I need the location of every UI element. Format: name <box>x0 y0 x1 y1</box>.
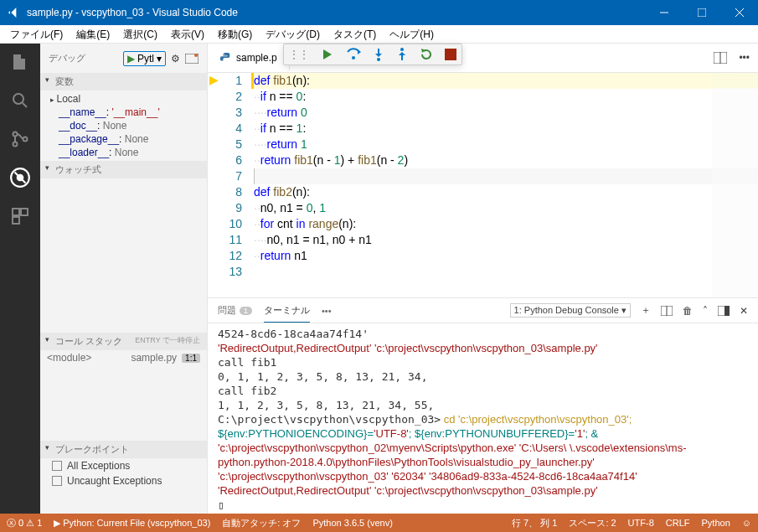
svg-rect-7 <box>13 209 19 215</box>
terminal-selector[interactable]: 1: Python Debug Console ▾ <box>510 303 631 318</box>
status-encoding[interactable]: UTF-8 <box>628 517 654 529</box>
search-icon[interactable] <box>8 89 32 112</box>
debug-console-icon[interactable] <box>185 54 199 64</box>
maximize-panel-icon[interactable]: ˄ <box>703 305 708 317</box>
svg-point-4 <box>23 137 28 142</box>
svg-point-14 <box>377 58 380 61</box>
line-gutter: 12345678910111213 <box>208 73 254 297</box>
svg-point-15 <box>400 48 404 51</box>
vscode-logo-icon <box>7 6 20 19</box>
python-file-icon <box>219 52 231 64</box>
var-row: __package__: None <box>40 132 207 146</box>
scope-local[interactable]: Local <box>40 92 207 106</box>
kill-terminal-icon[interactable]: 🗑 <box>683 305 693 317</box>
close-button[interactable] <box>720 0 758 25</box>
status-launch-config[interactable]: ▶ Python: Current File (vscpython_03) <box>54 518 210 529</box>
start-debug-button[interactable]: ▶Pytl▾ <box>123 51 166 66</box>
maximize-button[interactable] <box>683 0 720 25</box>
close-panel-icon[interactable]: ✕ <box>740 305 748 317</box>
section-callstack[interactable]: コール スタック ENTRY で一時停止 <box>40 333 207 350</box>
panel-tab-more[interactable]: ••• <box>322 306 332 316</box>
svg-point-12 <box>224 54 224 54</box>
code-editor[interactable]: ▶ 12345678910111213 def fib1(n):··if n =… <box>208 73 758 297</box>
minimap[interactable] <box>712 73 758 297</box>
section-breakpoints[interactable]: ブレークポイント <box>40 441 207 458</box>
status-indent[interactable]: スペース: 2 <box>569 517 616 529</box>
svg-rect-16 <box>445 49 456 60</box>
split-editor-icon[interactable] <box>714 52 727 64</box>
status-cursor-pos[interactable]: 行 7、 列 1 <box>512 517 557 529</box>
svg-point-1 <box>13 94 23 104</box>
stack-frame[interactable]: <module> sample.py 1:1 <box>40 350 207 365</box>
section-variables[interactable]: 変数 <box>40 73 207 90</box>
panel-tab-terminal[interactable]: ターミナル <box>264 304 310 323</box>
status-language[interactable]: Python <box>702 517 730 529</box>
panel-tab-problems[interactable]: 問題1 <box>218 304 252 317</box>
bottom-panel: 問題1 ターミナル ••• 1: Python Debug Console ▾ … <box>208 297 758 514</box>
status-auto-attach[interactable]: 自動アタッチ: オフ <box>222 517 301 529</box>
scm-icon[interactable] <box>8 127 32 151</box>
stop-button[interactable] <box>445 49 456 60</box>
status-bar: ⓧ0 ⚠1 ▶ Python: Current File (vscpython_… <box>0 514 758 532</box>
svg-rect-8 <box>21 209 28 215</box>
restart-button[interactable] <box>420 48 433 61</box>
svg-point-2 <box>13 132 18 137</box>
tab-sample-py[interactable]: sample.p <box>208 45 290 70</box>
titlebar: sample.py - vscpython_03 - Visual Studio… <box>0 0 758 25</box>
menu-edit[interactable]: 編集(E) <box>70 25 116 43</box>
toolbar-grip-icon[interactable]: ⋮⋮ <box>289 49 309 60</box>
more-actions-icon[interactable]: ••• <box>739 52 750 64</box>
debug-sidebar: デバッグ ▶Pytl▾ ⚙ 変数 Local __name__: '__main… <box>40 44 208 514</box>
new-terminal-icon[interactable]: ＋ <box>641 303 651 318</box>
move-panel-icon[interactable] <box>718 306 730 316</box>
editor-tabs: sample.p ⋮⋮ ••• <box>208 44 758 73</box>
status-feedback-icon[interactable]: ☺ <box>742 517 751 529</box>
sidebar-title: デバッグ <box>49 52 118 65</box>
tab-label: sample.p <box>236 52 277 64</box>
extensions-icon[interactable] <box>8 204 32 228</box>
var-row: __loader__: None <box>40 146 207 159</box>
debug-toolbar[interactable]: ⋮⋮ <box>283 44 462 65</box>
status-errors[interactable]: ⓧ0 ⚠1 <box>7 517 42 529</box>
bp-uncaught-exceptions[interactable]: Uncaught Exceptions <box>40 473 207 488</box>
svg-point-11 <box>194 54 198 57</box>
window-title: sample.py - vscpython_03 - Visual Studio… <box>27 7 645 18</box>
svg-rect-20 <box>724 306 730 316</box>
activity-bar <box>0 44 40 514</box>
split-terminal-icon[interactable] <box>661 306 673 316</box>
debug-settings-icon[interactable]: ⚙ <box>171 53 180 65</box>
menu-help[interactable]: ヘルプ(H) <box>383 25 441 43</box>
svg-point-13 <box>352 56 355 59</box>
menu-view[interactable]: 表示(V) <box>164 25 211 43</box>
svg-rect-9 <box>13 217 19 224</box>
menu-file[interactable]: ファイル(F) <box>3 25 70 43</box>
bp-all-exceptions[interactable]: All Exceptions <box>40 458 207 473</box>
minimize-button[interactable] <box>645 0 683 25</box>
svg-rect-0 <box>698 8 706 17</box>
status-eol[interactable]: CRLF <box>666 517 690 529</box>
svg-point-6 <box>17 174 24 182</box>
explorer-icon[interactable] <box>8 50 32 74</box>
debug-icon[interactable] <box>8 166 32 189</box>
step-over-button[interactable] <box>346 48 361 61</box>
menu-go[interactable]: 移動(G) <box>211 25 259 43</box>
menu-selection[interactable]: 選択(C) <box>116 25 164 43</box>
status-python-env[interactable]: Python 3.6.5 (venv) <box>312 518 392 528</box>
step-into-button[interactable] <box>373 48 384 61</box>
terminal-output[interactable]: 4524-8cd6-18ca4aa74f14' 'RedirectOutput,… <box>208 323 758 514</box>
section-watch[interactable]: ウォッチ式 <box>40 161 207 178</box>
var-row: __name__: '__main__' <box>40 106 207 119</box>
menu-debug[interactable]: デバッグ(D) <box>259 25 327 43</box>
menubar: ファイル(F) 編集(E) 選択(C) 表示(V) 移動(G) デバッグ(D) … <box>0 25 758 44</box>
menu-tasks[interactable]: タスク(T) <box>327 25 383 43</box>
continue-button[interactable] <box>321 48 334 61</box>
step-out-button[interactable] <box>396 48 408 61</box>
var-row: __doc__: None <box>40 119 207 132</box>
svg-point-3 <box>13 142 18 147</box>
